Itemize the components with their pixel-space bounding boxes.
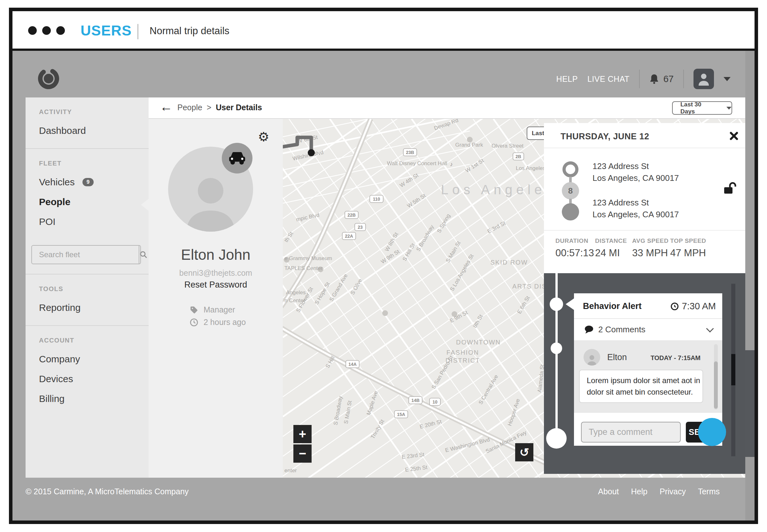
active-item-notch	[141, 199, 149, 211]
map-street-label: S Broadway	[415, 224, 435, 252]
map-road-badge-label: 23	[358, 225, 363, 230]
sidebar-item-billing[interactable]: Billing	[39, 393, 149, 404]
map-street-label: S Los Angeles St	[449, 253, 475, 292]
close-icon[interactable]	[730, 132, 738, 140]
notifications-bell-icon[interactable]	[649, 74, 659, 84]
window-dot-1[interactable]	[28, 26, 37, 35]
sidebar-item-people[interactable]: People	[39, 197, 149, 207]
breadcrumb[interactable]: People > User Details	[177, 103, 262, 112]
comment-bubble-icon	[584, 325, 594, 334]
map-road-badge-label: 14B	[411, 398, 420, 403]
map-street-label: S Main St	[343, 400, 353, 424]
map-street-label: enter	[284, 467, 297, 474]
map-road-badge-label: 22A	[345, 234, 353, 239]
map-street-label: E 6th St	[516, 295, 531, 315]
help-link[interactable]: HELP	[556, 74, 578, 84]
page-title: Normal trip details	[150, 25, 229, 37]
search-input[interactable]	[32, 250, 139, 259]
map-zoom-out-button[interactable]: −	[293, 444, 312, 463]
map-street-label: TAPLES Center	[284, 265, 323, 271]
trip-end-address: 123 Address St Los Angeles, CA 90017	[593, 197, 679, 220]
trip-details-panel: THURSDAY, JUNE 12 8 123 Address St Los A…	[544, 123, 745, 273]
user-menu-caret-icon[interactable]	[724, 77, 731, 81]
user-avatar[interactable]	[693, 69, 714, 89]
timeline-event-dot[interactable]	[551, 343, 562, 354]
map-street-label: e Grammy Museum	[284, 255, 332, 261]
carmine-logo	[36, 66, 61, 91]
topbar-divider	[137, 24, 138, 39]
window-dot-3[interactable]	[56, 26, 65, 35]
trip-date: THURSDAY, JUNE 12	[561, 132, 649, 142]
unlock-icon[interactable]	[723, 182, 737, 195]
search-button[interactable]	[139, 246, 148, 264]
profile-role: Manager	[204, 305, 235, 314]
comment-input[interactable]	[581, 422, 681, 443]
app-name: USERS	[81, 22, 132, 39]
vehicle-badge	[222, 143, 252, 173]
map-road-badge-label: 110	[373, 197, 380, 202]
timeline-event-dot[interactable]	[550, 297, 563, 311]
sidebar-item-company[interactable]: Company	[39, 354, 149, 365]
footer-link-privacy[interactable]: Privacy	[660, 487, 686, 496]
clock-icon	[184, 318, 204, 327]
comment-timestamp: TODAY - 7:15AM	[651, 354, 701, 362]
map-history-button[interactable]: ↺	[515, 443, 533, 461]
trip-start-address: 123 Address St Los Angeles, CA 90017	[593, 160, 679, 184]
timeline-scrollbar-thumb[interactable]	[731, 354, 735, 385]
stat-avg-speed: AVG SPEED 33 MPH	[632, 237, 669, 259]
map-road-badge-label: 2B	[515, 154, 521, 159]
sidebar: ACTIVITY Dashboard FLEET Vehicles 9 Peop…	[26, 97, 149, 478]
reset-password-link[interactable]: Reset Password	[149, 280, 283, 290]
fleet-search	[31, 245, 141, 264]
sidebar-item-dashboard[interactable]: Dashboard	[39, 125, 149, 136]
footer-link-help[interactable]: Help	[631, 487, 647, 496]
map-music-note-icon: ♪	[450, 161, 453, 167]
map-zoom-in-button[interactable]: +	[293, 425, 312, 443]
date-range-dropdown[interactable]: Last 30 Days	[672, 101, 732, 115]
sidebar-item-reporting[interactable]: Reporting	[39, 302, 149, 313]
stat-duration: DURATION 00:57:13	[555, 237, 594, 259]
comments-toggle[interactable]: 2 Comments	[574, 319, 722, 340]
window-dot-2[interactable]	[42, 26, 51, 35]
profile-role-row: Manager	[184, 305, 235, 314]
map-street-label: Angeles	[286, 289, 306, 296]
clock-icon	[670, 302, 679, 311]
footer-link-terms[interactable]: Terms	[698, 487, 720, 496]
map-district-label: ARTS DIS	[512, 283, 547, 290]
notification-count: 67	[663, 74, 674, 84]
comments-scrollbar-thumb[interactable]	[714, 361, 718, 409]
profile-last-active-row: 2 hours ago	[184, 318, 246, 327]
cursor-indicator	[698, 418, 726, 446]
alert-title: Behavior Alert	[583, 301, 642, 311]
vehicles-count-badge: 9	[82, 178, 94, 186]
screenshot-root: USERS Normal trip details HELP LIVE CHAT…	[0, 0, 767, 532]
profile-name: Elton John	[149, 246, 283, 263]
timeline-end-dot[interactable]	[546, 428, 567, 449]
live-chat-link[interactable]: LIVE CHAT	[587, 74, 630, 84]
header-divider	[639, 70, 640, 88]
sidebar-item-devices[interactable]: Devices	[39, 374, 149, 384]
footer-links: About Help Privacy Terms	[598, 487, 720, 496]
map-road-badge-label: 22B	[347, 212, 356, 218]
page-scrollbar-thumb[interactable]	[745, 350, 755, 457]
search-icon	[139, 251, 148, 259]
header-actions: HELP LIVE CHAT 67	[556, 66, 731, 92]
map-street-label: E 3rd St	[486, 220, 507, 235]
footer-link-about[interactable]: About	[598, 487, 619, 496]
stop-count-badge[interactable]: 8	[562, 182, 579, 199]
map-street-label: S Broadway	[332, 396, 344, 426]
person-icon	[183, 172, 238, 232]
topbar-rule	[12, 49, 755, 51]
map-district-label: SKID ROW	[490, 259, 528, 266]
map-street-label: S Hill	[324, 355, 336, 369]
user-profile-panel: ⚙ Elton John benni3@thejets.com Reset Pa…	[149, 119, 283, 478]
sidebar-item-vehicles[interactable]: Vehicles 9	[39, 177, 149, 188]
map-street-label: Hooper Ave	[507, 398, 521, 427]
sidebar-item-poi[interactable]: POI	[39, 216, 149, 227]
settings-gear-icon[interactable]: ⚙	[258, 130, 269, 143]
map-street-label: W 5th St	[406, 193, 427, 209]
back-button[interactable]: ←	[160, 100, 173, 114]
map-street-label: S Hope St	[314, 281, 331, 306]
route-end-dot	[308, 149, 315, 156]
map-street-label: Grand Park	[455, 142, 483, 148]
